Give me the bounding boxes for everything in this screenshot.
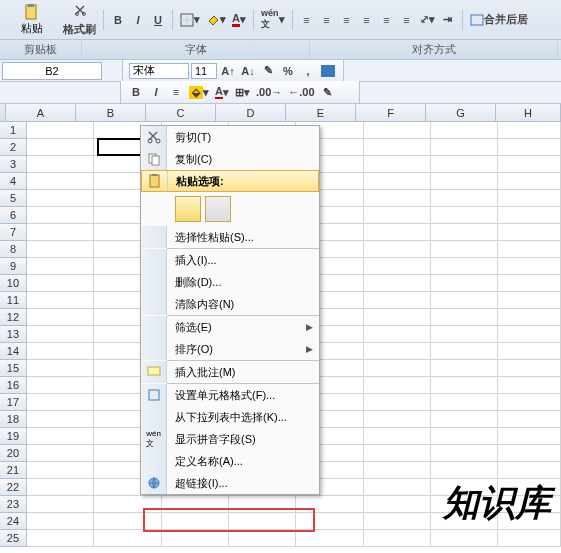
align-left-button[interactable]: ≡: [358, 11, 376, 29]
row-header[interactable]: 15: [0, 360, 27, 377]
cell[interactable]: [94, 496, 161, 513]
font-name-input[interactable]: [129, 63, 189, 79]
cell[interactable]: [364, 292, 431, 309]
menu-define-name[interactable]: 定义名称(A)...: [141, 450, 319, 472]
cell[interactable]: [364, 496, 431, 513]
row-header[interactable]: 6: [0, 207, 27, 224]
cell[interactable]: [229, 530, 296, 547]
row-header[interactable]: 1: [0, 122, 27, 139]
cell[interactable]: [431, 292, 498, 309]
cell[interactable]: [27, 173, 94, 190]
row-header[interactable]: 3: [0, 156, 27, 173]
format-painter-button[interactable]: 格式刷: [61, 21, 98, 39]
menu-delete[interactable]: 删除(D)...: [141, 271, 319, 293]
cell[interactable]: [431, 122, 498, 139]
cell[interactable]: [364, 309, 431, 326]
row-header[interactable]: 2: [0, 139, 27, 156]
row-header[interactable]: 21: [0, 462, 27, 479]
cell[interactable]: [431, 190, 498, 207]
cell[interactable]: [364, 343, 431, 360]
comma-button[interactable]: ,: [299, 62, 317, 80]
align-middle-button[interactable]: ≡: [318, 11, 336, 29]
cell[interactable]: [27, 530, 94, 547]
align-center-button[interactable]: ≡: [378, 11, 396, 29]
mini-font-color[interactable]: A▾: [213, 83, 231, 101]
cell[interactable]: [364, 207, 431, 224]
row-header[interactable]: 24: [0, 513, 27, 530]
cut-small-button[interactable]: [61, 1, 98, 19]
cell[interactable]: [296, 513, 363, 530]
menu-clear[interactable]: 清除内容(N): [141, 293, 319, 315]
mini-border[interactable]: ⊞▾: [233, 83, 252, 101]
cell[interactable]: [431, 224, 498, 241]
cell[interactable]: [364, 530, 431, 547]
cell[interactable]: [27, 428, 94, 445]
mini-fill[interactable]: ⬙▾: [187, 83, 211, 101]
row-header[interactable]: 16: [0, 377, 27, 394]
cell[interactable]: [364, 156, 431, 173]
cell[interactable]: [498, 275, 561, 292]
cell[interactable]: [94, 530, 161, 547]
italic-button[interactable]: I: [129, 11, 147, 29]
cell[interactable]: [431, 343, 498, 360]
merge-button[interactable]: 合并后居: [468, 11, 530, 29]
menu-sort[interactable]: 排序(O)▶: [141, 338, 319, 360]
cell[interactable]: [498, 445, 561, 462]
cell[interactable]: [27, 156, 94, 173]
col-header-B[interactable]: B: [76, 104, 146, 121]
mini-clear[interactable]: ✎: [319, 83, 337, 101]
cell[interactable]: [498, 360, 561, 377]
menu-format-cells[interactable]: 设置单元格格式(F)...: [141, 384, 319, 406]
cell[interactable]: [498, 156, 561, 173]
cell[interactable]: [27, 326, 94, 343]
row-header[interactable]: 5: [0, 190, 27, 207]
cell[interactable]: [364, 428, 431, 445]
cell[interactable]: [162, 530, 229, 547]
cell[interactable]: [364, 377, 431, 394]
cell[interactable]: [94, 513, 161, 530]
cell[interactable]: [27, 445, 94, 462]
cell[interactable]: [498, 292, 561, 309]
menu-insert[interactable]: 插入(I)...: [141, 249, 319, 271]
mini-align[interactable]: ≡: [167, 83, 185, 101]
align-right-button[interactable]: ≡: [398, 11, 416, 29]
cell[interactable]: [431, 156, 498, 173]
menu-cut[interactable]: 剪切(T): [141, 126, 319, 148]
cell[interactable]: [27, 360, 94, 377]
font-color-button[interactable]: A▾: [230, 11, 248, 29]
col-header-C[interactable]: C: [146, 104, 216, 121]
menu-copy[interactable]: 复制(C): [141, 148, 319, 170]
fill-color-button[interactable]: ▾: [204, 11, 228, 29]
row-header[interactable]: 11: [0, 292, 27, 309]
cell[interactable]: [162, 513, 229, 530]
cell[interactable]: [364, 445, 431, 462]
orientation-button[interactable]: ⤢▾: [418, 11, 437, 29]
row-header[interactable]: 25: [0, 530, 27, 547]
row-header[interactable]: 13: [0, 326, 27, 343]
row-header[interactable]: 20: [0, 445, 27, 462]
cell[interactable]: [27, 292, 94, 309]
cell[interactable]: [364, 411, 431, 428]
cell[interactable]: [296, 496, 363, 513]
cell[interactable]: [431, 377, 498, 394]
cell[interactable]: [364, 122, 431, 139]
format-painter-mini[interactable]: ✎: [259, 62, 277, 80]
font-size-input[interactable]: [191, 63, 217, 79]
cell[interactable]: [27, 241, 94, 258]
cell[interactable]: [498, 428, 561, 445]
mini-bold[interactable]: B: [127, 83, 145, 101]
cell[interactable]: [498, 224, 561, 241]
cell[interactable]: [364, 241, 431, 258]
cell[interactable]: [229, 496, 296, 513]
cell[interactable]: [364, 190, 431, 207]
cell[interactable]: [498, 173, 561, 190]
cell[interactable]: [27, 309, 94, 326]
col-header-G[interactable]: G: [426, 104, 496, 121]
percent-button[interactable]: %: [279, 62, 297, 80]
cell[interactable]: [27, 462, 94, 479]
cell[interactable]: [498, 530, 561, 547]
cell[interactable]: [27, 139, 94, 156]
row-header[interactable]: 22: [0, 479, 27, 496]
underline-button[interactable]: U: [149, 11, 167, 29]
align-bottom-button[interactable]: ≡: [338, 11, 356, 29]
